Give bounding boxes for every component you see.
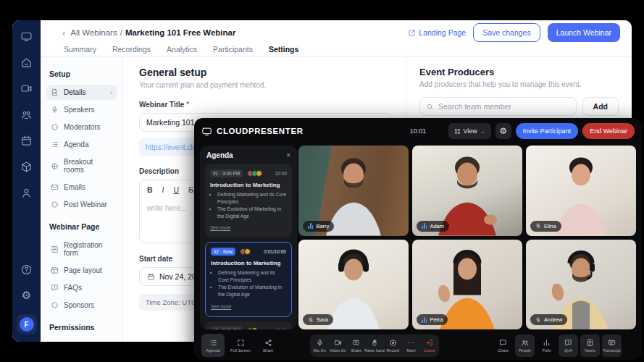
nav-item-agenda[interactable]: Agenda bbox=[46, 137, 117, 152]
team-member-search[interactable] bbox=[419, 97, 577, 116]
nav-item-sponsors[interactable]: Sponsors bbox=[46, 298, 117, 313]
mic-icon bbox=[316, 339, 324, 347]
add-producer-button[interactable]: Add bbox=[582, 97, 619, 116]
landing-page-link[interactable]: Landing Page bbox=[408, 28, 466, 37]
nav-item-speakers[interactable]: Speakers bbox=[46, 102, 117, 117]
video-grid: Barry Adam bbox=[298, 146, 636, 329]
nav-item-registration-form[interactable]: Registration form bbox=[46, 237, 117, 261]
circle-icon bbox=[51, 201, 59, 209]
chats-button[interactable]: Chats bbox=[493, 334, 513, 357]
agenda-toggle-button[interactable]: Agenda bbox=[201, 334, 225, 357]
agenda-card-3[interactable]: #3 · 3:25 PM 15:00 Building a Strong Bra… bbox=[205, 321, 292, 329]
agenda-duration: 10:00 bbox=[275, 171, 287, 176]
agenda-badge: #3 · 3:25 PM bbox=[210, 327, 243, 329]
qna-button[interactable]: QnA bbox=[559, 334, 578, 357]
nav-item-moderators[interactable]: Moderators bbox=[46, 119, 117, 135]
agenda-card-2-active[interactable]: #2 · Now 0:01/10:00 Introduction to Mark… bbox=[205, 242, 292, 316]
back-chevron-icon[interactable]: ‹ bbox=[62, 28, 65, 38]
invite-participant-button[interactable]: Invite Participant bbox=[516, 123, 579, 139]
fullscreen-icon bbox=[237, 339, 245, 347]
share-link-button[interactable]: Share bbox=[256, 334, 280, 357]
grid-view-icon bbox=[454, 128, 461, 135]
audience-icon[interactable] bbox=[20, 109, 33, 121]
page-header: ‹ All Webinars / Marketing 101 Free Webi… bbox=[41, 20, 632, 56]
webinars-icon[interactable] bbox=[20, 83, 33, 95]
raise-hand-button[interactable]: Raise hand bbox=[366, 339, 383, 353]
speaker-avatars bbox=[247, 327, 258, 329]
calendar-icon[interactable] bbox=[20, 135, 33, 147]
section-subheading: Your current plan and payment mehtod. bbox=[139, 81, 391, 89]
participant-video-andrew[interactable]: Andrew bbox=[526, 240, 636, 330]
meeting-settings-button[interactable]: ⚙ bbox=[495, 123, 511, 139]
nav-section-webinar-page: Webinar Page bbox=[49, 222, 114, 231]
nav-item-breakout-rooms[interactable]: Breakout rooms bbox=[46, 154, 117, 177]
agenda-bullet: Defining Marketing and its Core Principl… bbox=[218, 269, 286, 284]
home-icon[interactable] bbox=[20, 56, 33, 69]
nav-item-page-layout[interactable]: Page layout bbox=[46, 263, 117, 278]
record-icon bbox=[389, 339, 397, 347]
agenda-item-title: Introduction to Marketing bbox=[211, 260, 286, 266]
participant-video-elina[interactable]: Elina bbox=[526, 146, 636, 236]
nav-item-details[interactable]: Details › bbox=[46, 85, 117, 100]
end-webinar-button[interactable]: End Webinar bbox=[582, 123, 635, 139]
see-more-link[interactable]: See more bbox=[210, 225, 230, 230]
integrations-icon[interactable] bbox=[20, 161, 33, 173]
more-dots-icon bbox=[407, 339, 415, 347]
name-tag: Adam bbox=[417, 221, 449, 232]
chevron-right-icon: › bbox=[110, 89, 112, 96]
record-button[interactable]: Record bbox=[384, 339, 401, 353]
speaker-avatars bbox=[247, 170, 262, 177]
strikethrough-button[interactable]: S bbox=[188, 185, 193, 194]
screens-icon[interactable] bbox=[20, 30, 33, 43]
video-toggle-button[interactable]: Video On bbox=[330, 339, 347, 353]
close-icon[interactable]: × bbox=[286, 151, 290, 159]
nav-item-post-webinar[interactable]: Post Webinar bbox=[46, 197, 117, 212]
fullscreen-button[interactable]: Full Screen bbox=[229, 334, 252, 357]
bold-button[interactable]: B bbox=[147, 185, 153, 194]
leave-button[interactable]: Leave bbox=[421, 339, 438, 353]
more-options-button[interactable]: More bbox=[403, 339, 420, 353]
form-icon bbox=[51, 245, 59, 253]
share-nodes-icon bbox=[264, 339, 272, 347]
nav-item-access[interactable]: Access bbox=[46, 338, 117, 342]
search-input[interactable] bbox=[438, 102, 570, 111]
see-more-link[interactable]: See more bbox=[211, 304, 231, 309]
people-button[interactable]: People bbox=[515, 334, 535, 357]
launch-webinar-button[interactable]: Launch Webinar bbox=[548, 23, 620, 42]
share-screen-icon bbox=[352, 339, 360, 347]
nav-section-setup: Setup bbox=[49, 70, 114, 78]
participant-video-petra[interactable]: Petra bbox=[412, 240, 522, 330]
name-tag: Sara bbox=[303, 314, 333, 325]
notes-button[interactable]: Notes bbox=[580, 334, 600, 357]
settings-gear-icon[interactable]: ⚙ bbox=[22, 290, 31, 300]
agenda-bullet: The Evolution of Marketing in the Digita… bbox=[218, 284, 286, 298]
nav-item-faqs[interactable]: FAQs bbox=[46, 280, 117, 295]
mic-muted-icon bbox=[535, 223, 541, 229]
agenda-badge-now: #2 · Now bbox=[211, 248, 235, 256]
brand-logo: CLOUDPRESENTER bbox=[201, 126, 304, 137]
polls-button[interactable]: Polls bbox=[537, 334, 556, 357]
agenda-title: Agenda bbox=[206, 151, 233, 159]
save-changes-button[interactable]: Save changes bbox=[473, 23, 540, 42]
help-icon[interactable] bbox=[20, 264, 33, 276]
italic-button[interactable]: I bbox=[162, 185, 164, 194]
mic-toggle-button[interactable]: Mic On bbox=[311, 339, 328, 353]
nav-section-permissions: Permissions bbox=[49, 323, 114, 332]
underline-button[interactable]: U bbox=[174, 185, 180, 194]
view-button[interactable]: View ⌄ bbox=[448, 123, 491, 139]
share-screen-button[interactable]: Share bbox=[348, 339, 365, 353]
transcript-button[interactable]: Transcript bbox=[602, 334, 622, 357]
agenda-list-icon bbox=[209, 339, 217, 347]
participant-video-barry[interactable]: Barry bbox=[298, 146, 409, 236]
nav-item-emails[interactable]: Emails bbox=[46, 180, 117, 195]
breadcrumb: ‹ All Webinars / Marketing 101 Free Webi… bbox=[41, 20, 632, 39]
breadcrumb-parent[interactable]: All Webinars bbox=[70, 28, 117, 37]
gear-icon: ⚙ bbox=[499, 126, 507, 136]
support-icon[interactable] bbox=[20, 187, 33, 199]
agenda-item-title: Introduction to Marketing bbox=[210, 182, 287, 188]
participant-video-adam[interactable]: Adam bbox=[412, 146, 522, 236]
user-avatar[interactable]: F bbox=[17, 314, 37, 334]
agenda-card-1[interactable]: #1 · 3:00 PM 10:00 Introduction to Marke… bbox=[205, 164, 292, 237]
document-icon bbox=[51, 88, 59, 96]
participant-video-sara[interactable]: Sara bbox=[298, 240, 409, 330]
